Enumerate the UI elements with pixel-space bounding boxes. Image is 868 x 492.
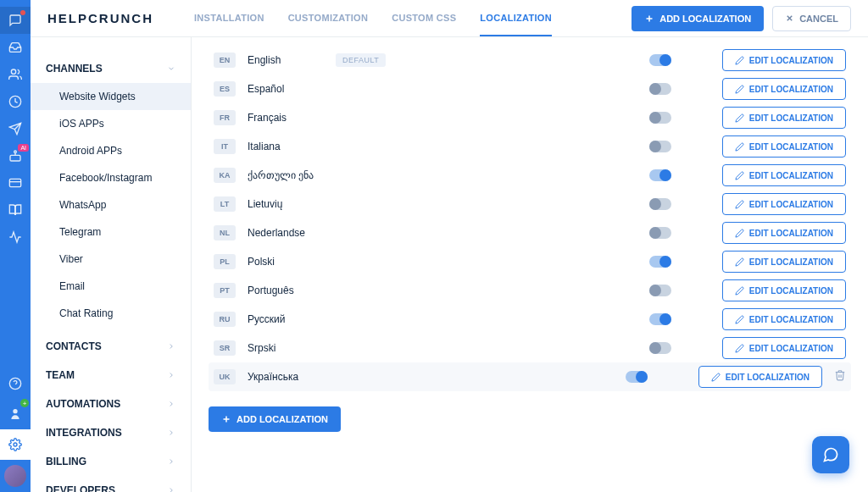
sidebar-head-automations[interactable]: AUTOMATIONS: [46, 390, 175, 418]
locale-name: Русский: [248, 313, 286, 325]
locale-toggle[interactable]: [649, 285, 671, 296]
sidebar-head-developers[interactable]: DEVELOPERS: [46, 476, 175, 492]
edit-localization-button[interactable]: EDIT LOCALIZATION: [722, 107, 846, 129]
locale-code: PT: [214, 283, 236, 298]
edit-localization-button[interactable]: EDIT LOCALIZATION: [722, 279, 846, 301]
locale-name: Español: [248, 83, 284, 95]
add-bottom-label: ADD LOCALIZATION: [236, 414, 328, 424]
sidebar: CHANNELS Website WidgetsiOS APPsAndroid …: [31, 37, 192, 492]
locale-name: Italiana: [248, 141, 281, 152]
tabs: INSTALLATIONCUSTOMIZATIONCUSTOM CSSLOCAL…: [194, 1, 552, 36]
edit-localization-button[interactable]: EDIT LOCALIZATION: [722, 337, 846, 359]
edit-localization-button[interactable]: EDIT LOCALIZATION: [722, 78, 846, 100]
edit-localization-button[interactable]: EDIT LOCALIZATION: [722, 164, 846, 186]
edit-localization-button[interactable]: EDIT LOCALIZATION: [698, 366, 822, 388]
sidebar-item-whatsapp[interactable]: WhatsApp: [46, 191, 175, 218]
cancel-label: CANCEL: [799, 14, 838, 24]
sidebar-head-channels[interactable]: CHANNELS: [46, 54, 175, 83]
sidebar-head-billing[interactable]: BILLING: [46, 447, 175, 476]
chevron-right-icon: [167, 400, 175, 408]
sidebar-head-contacts[interactable]: CONTACTS: [46, 332, 175, 361]
tab-custom-css[interactable]: CUSTOM CSS: [392, 1, 456, 36]
bot-icon[interactable]: AI: [0, 142, 31, 169]
pencil-icon: [735, 200, 744, 209]
pencil-icon: [735, 344, 744, 353]
topbar: HELPCRUNCH INSTALLATIONCUSTOMIZATIONCUST…: [31, 0, 868, 37]
locale-toggle[interactable]: [649, 198, 671, 210]
pencil-icon: [735, 85, 744, 94]
settings-icon[interactable]: [0, 429, 31, 460]
pencil-icon: [735, 286, 744, 296]
sidebar-head-integrations[interactable]: INTEGRATIONS: [46, 418, 175, 447]
locale-toggle[interactable]: [626, 371, 648, 383]
trash-icon[interactable]: [822, 369, 846, 384]
sidebar-item-viber[interactable]: Viber: [46, 246, 175, 273]
edit-localization-button[interactable]: EDIT LOCALIZATION: [722, 308, 846, 330]
add-localization-button[interactable]: ADD LOCALIZATION: [632, 6, 764, 31]
pencil-icon: [735, 257, 744, 267]
default-badge: DEFAULT: [336, 53, 386, 67]
book-icon[interactable]: [0, 196, 31, 224]
activity-icon[interactable]: [0, 224, 31, 251]
locale-name: Nederlandse: [248, 227, 305, 239]
inbox-icon[interactable]: [0, 34, 31, 61]
locale-toggle[interactable]: [649, 169, 671, 181]
add-localization-label: ADD LOCALIZATION: [659, 14, 751, 24]
chat-fab[interactable]: [812, 436, 849, 473]
locale-toggle[interactable]: [649, 83, 671, 95]
sidebar-head-team[interactable]: TEAM: [46, 361, 175, 390]
help-icon[interactable]: [0, 368, 31, 399]
main: ENEnglishDEFAULTEDIT LOCALIZATIONESEspañ…: [192, 37, 868, 492]
locale-code: FR: [214, 110, 236, 125]
tab-installation[interactable]: INSTALLATION: [194, 1, 264, 36]
locale-name: Lietuvių: [248, 198, 282, 210]
locale-row-ka: KAქართული ენაEDIT LOCALIZATION: [209, 161, 851, 190]
locale-toggle[interactable]: [649, 342, 671, 354]
sidebar-item-facebook-instagram[interactable]: Facebook/Instagram: [46, 164, 175, 191]
locale-toggle[interactable]: [649, 112, 671, 124]
pencil-icon: [735, 171, 744, 180]
tab-localization[interactable]: LOCALIZATION: [480, 1, 552, 36]
chevron-right-icon: [167, 457, 175, 466]
users-icon[interactable]: +: [0, 399, 31, 429]
locale-code: ES: [214, 81, 236, 97]
edit-localization-button[interactable]: EDIT LOCALIZATION: [722, 135, 846, 158]
locale-row-en: ENEnglishDEFAULTEDIT LOCALIZATION: [209, 46, 851, 75]
locale-name: Українська: [248, 371, 298, 383]
locale-toggle[interactable]: [649, 227, 671, 239]
sidebar-item-ios-apps[interactable]: iOS APPs: [46, 110, 175, 137]
edit-localization-button[interactable]: EDIT LOCALIZATION: [722, 193, 846, 215]
cancel-button[interactable]: CANCEL: [772, 6, 851, 31]
locale-toggle[interactable]: [649, 141, 671, 152]
locale-code: NL: [214, 225, 236, 240]
sidebar-item-telegram[interactable]: Telegram: [46, 218, 175, 246]
locale-code: IT: [214, 139, 236, 154]
sidebar-item-chat-rating[interactable]: Chat Rating: [46, 300, 175, 327]
clock-icon[interactable]: [0, 88, 31, 115]
card-icon[interactable]: [0, 169, 31, 196]
svg-rect-4: [10, 155, 20, 161]
edit-localization-button[interactable]: EDIT LOCALIZATION: [722, 251, 846, 273]
sidebar-item-email[interactable]: Email: [46, 273, 175, 300]
tab-customization[interactable]: CUSTOMIZATION: [288, 1, 369, 36]
contacts-icon[interactable]: [0, 61, 31, 88]
add-localization-bottom[interactable]: ADD LOCALIZATION: [209, 406, 341, 432]
chevron-right-icon: [167, 428, 175, 437]
locale-row-uk: UKУкраїнськаEDIT LOCALIZATION: [209, 362, 851, 391]
svg-point-10: [14, 443, 17, 446]
chat-icon[interactable]: [0, 7, 31, 34]
locale-toggle[interactable]: [649, 54, 671, 66]
chevron-right-icon: [167, 342, 175, 351]
send-icon[interactable]: [0, 115, 31, 142]
sidebar-item-android-apps[interactable]: Android APPs: [46, 137, 175, 164]
locale-row-ru: RUРусскийEDIT LOCALIZATION: [209, 305, 851, 334]
locale-code: LT: [214, 196, 236, 212]
locale-toggle[interactable]: [649, 313, 671, 325]
avatar[interactable]: [4, 465, 26, 487]
sidebar-item-website-widgets[interactable]: Website Widgets: [31, 83, 191, 110]
locale-toggle[interactable]: [649, 256, 671, 268]
chevron-right-icon: [167, 486, 175, 492]
locale-name: ქართული ენა: [248, 169, 314, 181]
edit-localization-button[interactable]: EDIT LOCALIZATION: [722, 222, 846, 244]
edit-localization-button[interactable]: EDIT LOCALIZATION: [722, 49, 846, 71]
